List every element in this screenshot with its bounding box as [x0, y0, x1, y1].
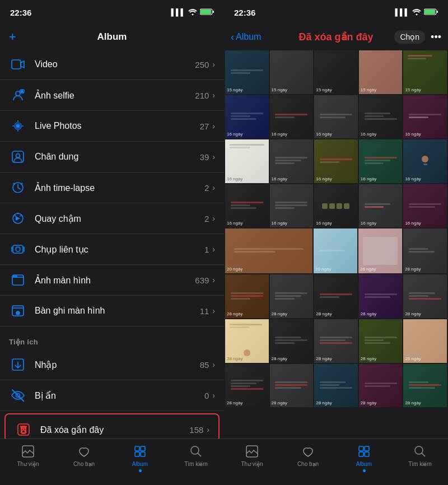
photo-cell[interactable]: 28 ngày	[270, 364, 314, 408]
photo-cell[interactable]: 28 ngày	[403, 364, 447, 408]
left-tab-search[interactable]: Tìm kiếm	[168, 444, 224, 467]
photo-cell[interactable]: 16 ngày	[403, 139, 447, 183]
battery-icon	[200, 8, 214, 17]
back-button[interactable]: ‹ Album	[231, 31, 261, 43]
list-item-timelapse[interactable]: Ảnh time-lapse 2 ›	[0, 172, 224, 203]
left-tab-bar: Thư viện Cho bạn Album	[0, 439, 224, 485]
photo-cell[interactable]: 16 ngày	[225, 139, 269, 183]
photo-cell[interactable]: 16 ngày	[403, 184, 447, 228]
list-item-import[interactable]: Nhập 85 ›	[0, 349, 224, 380]
photo-grid[interactable]: 15 ngày 15 ngày 15 ngày 15 ngày	[224, 49, 448, 439]
photo-cell[interactable]: 28 ngày	[403, 228, 447, 273]
photo-cell[interactable]: 16 ngày	[359, 139, 403, 183]
svg-point-17	[13, 276, 15, 277]
right-foryou-tab-icon	[300, 444, 316, 459]
photo-cell[interactable]: 28 ngày	[225, 274, 269, 318]
right-tab-library[interactable]: Thư viện	[224, 444, 280, 467]
back-chevron-icon: ‹	[231, 31, 234, 43]
photo-cell[interactable]: 16 ngày	[225, 95, 269, 139]
list-item-selfie[interactable]: Ảnh selfie 210 ›	[0, 80, 224, 111]
photo-cell[interactable]: 16 ngày	[359, 184, 403, 228]
list-item-slowmo[interactable]: Quay chậm 2 ›	[0, 203, 224, 234]
screenshot-chevron: ›	[212, 276, 215, 285]
photo-cell[interactable]: 28 ngày	[314, 364, 358, 408]
right-status-time: 22:36	[234, 8, 255, 17]
import-label: Nhập	[35, 360, 200, 370]
photo-cell[interactable]: 28 ngày	[359, 364, 403, 408]
right-panel: 22:36 ▌▌▌ ‹ Album	[224, 0, 448, 485]
photo-cell[interactable]: 15 ngày	[270, 50, 314, 94]
right-search-tab-icon	[412, 444, 428, 459]
left-tab-foryou-label: Cho bạn	[73, 461, 95, 467]
right-header-actions: Chọn •••	[394, 30, 441, 44]
timelapse-icon	[9, 179, 27, 197]
library-tab-icon	[20, 444, 36, 459]
left-tab-album[interactable]: Album	[112, 444, 168, 472]
photo-cell[interactable]: 16 ngày	[270, 184, 314, 228]
photo-timestamp: 16 ngày	[361, 176, 376, 181]
photo-cell[interactable]: 16 ngày	[270, 95, 314, 139]
portrait-icon	[9, 148, 27, 166]
photo-cell[interactable]: 16 ngày	[270, 139, 314, 183]
photo-timestamp: 16 ngày	[316, 132, 332, 137]
slowmo-count: 2	[204, 214, 209, 223]
list-item-live[interactable]: Live Photos 27 ›	[0, 111, 224, 142]
list-item-deleted[interactable]: Đã xóa gần đây 158 ›	[4, 413, 220, 439]
list-item-burst[interactable]: Chụp liên tục 1 ›	[0, 234, 224, 265]
photo-cell[interactable]: 28 ngày	[225, 319, 269, 363]
screenshot-icon	[9, 271, 27, 289]
list-item-video[interactable]: Video 250 ›	[0, 49, 224, 80]
photo-cell[interactable]: 16 ngày	[314, 184, 358, 228]
photo-cell[interactable]: 28 ngày	[403, 319, 447, 363]
photo-cell[interactable]: 16 ngày	[314, 95, 358, 139]
svg-point-0	[192, 13, 194, 15]
photo-cell[interactable]: 20 ngày	[314, 228, 357, 273]
photo-cell[interactable]: 26 ngày	[358, 228, 402, 273]
search-tab-icon	[188, 444, 204, 459]
photo-cell[interactable]: 15 ngày	[359, 50, 403, 94]
photo-timestamp: 16 ngày	[405, 176, 421, 181]
album-tab-icon	[132, 444, 148, 459]
live-label: Live Photos	[35, 121, 200, 131]
photo-cell[interactable]: 16 ngày	[314, 139, 358, 183]
list-item-screenshot[interactable]: Ảnh màn hình 639 ›	[0, 265, 224, 296]
left-tab-foryou[interactable]: Cho bạn	[56, 444, 112, 467]
deleted-icon	[15, 421, 32, 439]
photo-cell[interactable]: 16 ngày	[225, 184, 269, 228]
right-tab-foryou-label: Cho bạn	[297, 461, 319, 467]
photo-cell[interactable]: 28 ngày	[314, 319, 358, 363]
svg-rect-27	[141, 446, 145, 451]
photo-cell[interactable]: 28 ngày	[403, 274, 447, 318]
photo-cell[interactable]: 28 ngày	[225, 364, 269, 408]
photo-cell[interactable]: 20 ngày	[225, 228, 312, 273]
photo-cell[interactable]: 15 ngày	[403, 50, 447, 94]
right-tab-album[interactable]: Album	[336, 444, 392, 472]
grid-row-3: 16 ngày 16 ngày 16 ngày 16 ngày	[225, 139, 447, 183]
photo-cell[interactable]: 28 ngày	[270, 274, 314, 318]
list-item-screenrec[interactable]: Bàn ghi màn hình 11 ›	[0, 296, 224, 327]
right-tab-foryou[interactable]: Cho bạn	[280, 444, 336, 467]
photo-cell[interactable]: 28 ngày	[270, 319, 314, 363]
photo-cell[interactable]: 16 ngày	[359, 95, 403, 139]
photo-cell[interactable]: 16 ngày	[403, 95, 447, 139]
list-item-hidden[interactable]: Bị ẩn 0 ›	[0, 380, 224, 411]
photo-timestamp: 28 ngày	[405, 311, 421, 316]
right-tab-search[interactable]: Tìm kiếm	[392, 444, 448, 467]
photo-cell[interactable]: 15 ngày	[225, 50, 269, 94]
add-album-button[interactable]: +	[9, 30, 16, 44]
photo-cell[interactable]: 28 ngày	[359, 274, 403, 318]
wifi-icon	[188, 8, 197, 17]
timelapse-count: 2	[204, 183, 209, 193]
photo-cell[interactable]: 28 ngày	[359, 319, 403, 363]
choose-button[interactable]: Chọn	[394, 30, 425, 44]
more-options-button[interactable]: •••	[431, 31, 441, 43]
left-tab-library[interactable]: Thư viện	[0, 444, 56, 467]
right-wifi-icon	[412, 8, 421, 17]
photo-cell[interactable]: 15 ngày	[314, 50, 358, 94]
list-item-portrait[interactable]: Chân dung 39 ›	[0, 142, 224, 172]
left-scroll-area[interactable]: Video 250 › Ảnh selfie 210 ›	[0, 49, 224, 439]
photo-cell[interactable]: 28 ngày	[314, 274, 358, 318]
timelapse-chevron: ›	[212, 183, 215, 192]
svg-rect-36	[359, 446, 363, 451]
timelapse-label: Ảnh time-lapse	[35, 183, 204, 193]
